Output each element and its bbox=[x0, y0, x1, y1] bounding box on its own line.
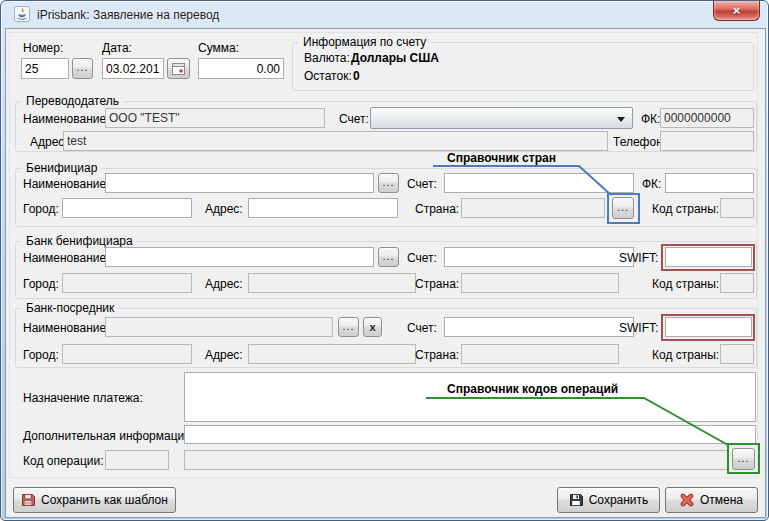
intermediary-bank-name-label: Наименование: bbox=[23, 321, 110, 335]
intermediary-bank-account-label: Счет: bbox=[407, 321, 437, 335]
intermediary-bank-country-field bbox=[461, 344, 619, 364]
beneficiary-bank-name-label: Наименование: bbox=[23, 251, 110, 265]
ellipsis-icon: ... bbox=[382, 177, 394, 187]
sender-fk-label: ФК: bbox=[641, 112, 660, 126]
opcodes-reference-annotation: Справочник кодов операций bbox=[447, 382, 618, 396]
opcode-field bbox=[105, 450, 169, 470]
intermediary-bank-clear-button[interactable]: x bbox=[363, 317, 382, 337]
beneficiary-bank-account-label: Счет: bbox=[407, 251, 437, 265]
purpose-textarea[interactable] bbox=[184, 372, 756, 422]
beneficiary-address-input[interactable] bbox=[248, 198, 398, 218]
number-browse-button[interactable]: ... bbox=[72, 58, 93, 79]
intermediary-bank-city-label: Город: bbox=[23, 348, 59, 362]
window-title: iPrisbank: Заявление на перевод bbox=[37, 8, 219, 22]
beneficiary-bank-country-code-label: Код страны: bbox=[652, 277, 719, 291]
balance-label: Остаток: bbox=[304, 69, 352, 83]
beneficiary-city-input[interactable] bbox=[62, 198, 192, 218]
purpose-label: Назначение платежа: bbox=[23, 391, 143, 405]
beneficiary-bank-swift-label: SWIFT: bbox=[619, 251, 658, 265]
intermediary-bank-swift-label: SWIFT: bbox=[619, 321, 658, 335]
beneficiary-title: Бенифициар bbox=[22, 161, 101, 175]
opcode-browse-button[interactable]: ... bbox=[732, 448, 755, 470]
beneficiary-name-input[interactable] bbox=[105, 173, 374, 193]
intermediary-bank-browse-button[interactable]: ... bbox=[338, 317, 359, 337]
clear-x-icon: x bbox=[369, 322, 375, 332]
ellipsis-icon: ... bbox=[76, 62, 88, 72]
ellipsis-icon: ... bbox=[382, 251, 394, 261]
floppy-save-icon bbox=[569, 493, 583, 507]
ellipsis-icon: ... bbox=[737, 453, 749, 463]
sender-account-select[interactable] bbox=[370, 107, 633, 129]
calendar-icon bbox=[172, 63, 185, 75]
currency-label: Валюта: bbox=[304, 51, 350, 65]
sender-name-label: Наименование: bbox=[23, 112, 110, 126]
beneficiary-name-label: Наименование: bbox=[23, 177, 110, 191]
cancel-label: Отмена bbox=[700, 493, 743, 507]
beneficiary-country-field bbox=[461, 198, 605, 218]
ellipsis-icon: ... bbox=[617, 202, 629, 212]
beneficiary-bank-swift-input[interactable] bbox=[665, 247, 752, 267]
beneficiary-country-label: Страна: bbox=[415, 202, 459, 216]
beneficiary-bank-address-field bbox=[248, 273, 416, 293]
save-button[interactable]: Сохранить bbox=[557, 487, 660, 513]
amount-label: Сумма: bbox=[198, 41, 239, 55]
beneficiary-country-code-field bbox=[720, 198, 754, 218]
dropdown-arrow-icon bbox=[617, 117, 625, 122]
close-button[interactable]: × bbox=[713, 1, 760, 21]
beneficiary-bank-city-field bbox=[62, 273, 192, 293]
sender-fk-field bbox=[660, 108, 754, 128]
additional-info-label: Дополнительная информация: bbox=[23, 429, 194, 443]
sender-account-label: Счет: bbox=[339, 112, 369, 126]
balance-value: 0 bbox=[353, 69, 360, 83]
beneficiary-bank-city-label: Город: bbox=[23, 277, 59, 291]
date-input[interactable] bbox=[102, 58, 164, 79]
beneficiary-bank-country-field bbox=[461, 273, 619, 293]
cancel-x-icon bbox=[680, 493, 694, 507]
beneficiary-name-browse-button[interactable]: ... bbox=[378, 173, 399, 193]
sender-name-field bbox=[105, 108, 325, 128]
beneficiary-account-label: Счет: bbox=[407, 177, 437, 191]
opcode-label: Код операции: bbox=[23, 454, 104, 468]
intermediary-bank-swift-input[interactable] bbox=[665, 317, 752, 337]
beneficiary-fk-input[interactable] bbox=[665, 173, 754, 193]
intermediary-bank-name-field bbox=[105, 317, 333, 337]
close-icon: × bbox=[733, 4, 741, 17]
save-label: Сохранить bbox=[589, 493, 649, 507]
account-info-group: Информация по счету bbox=[292, 42, 754, 91]
save-as-template-label: Сохранить как шаблон bbox=[41, 493, 168, 507]
beneficiary-fk-label: ФК: bbox=[642, 177, 661, 191]
beneficiary-address-label: Адрес: bbox=[205, 202, 243, 216]
beneficiary-city-label: Город: bbox=[23, 202, 59, 216]
beneficiary-account-input[interactable] bbox=[444, 173, 634, 193]
intermediary-bank-account-input[interactable] bbox=[444, 317, 634, 337]
intermediary-bank-country-code-field bbox=[720, 344, 754, 364]
save-as-template-button[interactable]: Сохранить как шаблон bbox=[13, 487, 176, 513]
dialog-window: iPrisbank: Заявление на перевод × Номер:… bbox=[0, 0, 769, 521]
intermediary-bank-city-field bbox=[62, 344, 192, 364]
calendar-button[interactable] bbox=[167, 58, 190, 79]
beneficiary-bank-address-label: Адрес: bbox=[205, 277, 243, 291]
date-label: Дата: bbox=[102, 41, 132, 55]
intermediary-bank-address-field bbox=[248, 344, 416, 364]
additional-info-input[interactable] bbox=[184, 425, 756, 444]
beneficiary-bank-browse-button[interactable]: ... bbox=[378, 247, 399, 267]
amount-input[interactable] bbox=[198, 58, 284, 79]
number-input[interactable] bbox=[21, 58, 69, 79]
intermediary-bank-country-code-label: Код страны: bbox=[652, 348, 719, 362]
beneficiary-bank-country-code-field bbox=[720, 273, 754, 293]
sender-address-field bbox=[63, 131, 608, 151]
beneficiary-bank-country-label: Страна: bbox=[415, 277, 459, 291]
cancel-button[interactable]: Отмена bbox=[665, 487, 758, 513]
currency-value: Доллары США bbox=[351, 51, 439, 65]
floppy-template-icon bbox=[21, 493, 35, 507]
beneficiary-bank-name-input[interactable] bbox=[105, 247, 374, 267]
sender-phone-field bbox=[660, 131, 754, 151]
title-bar[interactable]: iPrisbank: Заявление на перевод × bbox=[1, 1, 768, 28]
beneficiary-bank-account-input[interactable] bbox=[444, 247, 634, 267]
country-browse-button[interactable]: ... bbox=[612, 197, 634, 219]
beneficiary-bank-title: Банк бенифициара bbox=[22, 234, 137, 248]
sender-phone-label: Телефон: bbox=[613, 135, 666, 149]
intermediary-bank-country-label: Страна: bbox=[415, 348, 459, 362]
intermediary-bank-address-label: Адрес: bbox=[205, 348, 243, 362]
beneficiary-country-code-label: Код страны: bbox=[652, 202, 719, 216]
